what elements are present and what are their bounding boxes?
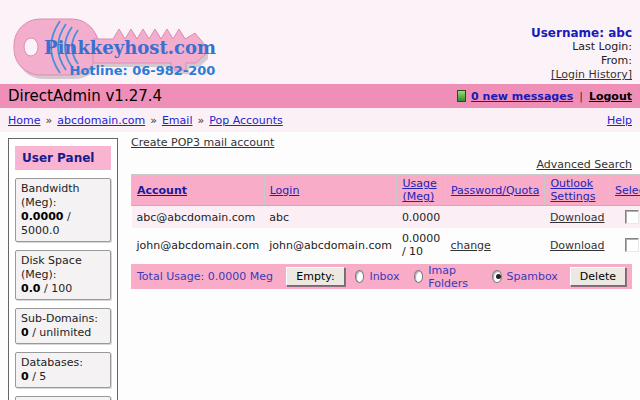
from-label: From:	[531, 54, 632, 68]
usage-cell: 0.0000	[397, 206, 446, 229]
stat-quota: / unlimited	[29, 326, 92, 339]
login-cell: abc	[264, 206, 397, 229]
inbox-radio-label: Inbox	[369, 270, 399, 283]
titlebar-separator: |	[579, 90, 583, 103]
stat-ftp-accounts: Ftp Accounts: 1 / unlimited	[15, 396, 111, 400]
imap-folders-radio-label: Imap Folders	[428, 264, 478, 290]
empty-button[interactable]: Empty:	[286, 267, 344, 286]
content-area: User Panel Bandwidth (Meg): 0.0000 / 500…	[0, 132, 640, 400]
total-usage-label: Total Usage: 0.0000 Meg	[137, 270, 286, 283]
account-cell: john@abcdomain.com	[132, 228, 265, 262]
logout-link[interactable]: Logout	[589, 90, 632, 103]
breadcrumb: Home » abcdomain.com » Email » Pop Accou…	[0, 108, 640, 132]
table-row: john@abcdomain.com john@abcdomain.com 0.…	[132, 228, 640, 262]
stat-value: 0	[21, 370, 29, 383]
sort-login[interactable]: Login	[270, 184, 300, 197]
spambox-radio-label: Spambox	[507, 270, 558, 283]
directadmin-page: { "header": { "logo": { "brand": "Pinkke…	[0, 0, 640, 400]
spambox-radio[interactable]	[492, 270, 502, 283]
select-checkbox[interactable]	[625, 210, 639, 224]
page-header: Pinkkeyhost.com Hotline: 06-982-2009 Use…	[0, 0, 640, 84]
stat-bandwidth: Bandwidth (Meg): 0.0000 / 5000.0	[15, 178, 111, 242]
pinkkeyhost-logo: Pinkkeyhost.com Hotline: 06-982-2009	[8, 3, 216, 81]
stat-subdomains: Sub-Domains: 0 / unlimited	[15, 308, 111, 344]
sort-account[interactable]: Account	[137, 184, 187, 197]
login-cell: john@abcdomain.com	[264, 228, 397, 262]
breadcrumb-separator: »	[197, 114, 204, 127]
stat-quota: / 5	[29, 370, 47, 383]
table-footer: Total Usage: 0.0000 Meg Empty: Inbox Ima…	[131, 264, 632, 289]
usage-cell: 0.0000 / 10	[397, 228, 446, 262]
breadcrumb-email[interactable]: Email	[162, 114, 193, 127]
main-panel: Create POP3 mail account Advanced Search…	[131, 136, 632, 289]
advanced-search-link[interactable]: Advanced Search	[536, 158, 632, 171]
titlebar: DirectAdmin v1.27.4 0 new messages | Log…	[0, 84, 640, 108]
outlook-download-link[interactable]: Download	[550, 211, 605, 224]
stat-value: 0	[21, 326, 29, 339]
login-history-link[interactable]: [Login History]	[551, 68, 632, 81]
outlook-download-link[interactable]: Download	[550, 239, 605, 252]
stat-value: 0.0	[21, 282, 41, 295]
user-panel-sidebar: User Panel Bandwidth (Meg): 0.0000 / 500…	[8, 138, 118, 400]
sort-usage[interactable]: Usage (Meg)	[402, 177, 436, 203]
username-label: Username: abc	[531, 26, 632, 40]
stat-label: Bandwidth (Meg):	[21, 182, 80, 209]
empty-target-radios: Inbox Imap Folders Spambox	[355, 264, 570, 290]
stat-label: Databases:	[21, 356, 83, 369]
help-link[interactable]: Help	[607, 114, 632, 127]
stat-label: Sub-Domains:	[21, 312, 98, 325]
breadcrumb-home[interactable]: Home	[8, 114, 40, 127]
user-panel-title: User Panel	[15, 146, 111, 170]
new-messages-link[interactable]: 0 new messages	[471, 90, 573, 103]
sort-password-quota[interactable]: Password/Quota	[451, 184, 540, 197]
breadcrumb-domain[interactable]: abcdomain.com	[57, 114, 145, 127]
sort-outlook-settings[interactable]: Outlook Settings	[550, 177, 595, 203]
sort-select[interactable]: Select	[615, 184, 640, 197]
user-info-block: Username: abc Last Login: From: [Login H…	[531, 26, 632, 82]
stat-databases: Databases: 0 / 5	[15, 352, 111, 388]
inbox-radio[interactable]	[355, 270, 365, 283]
imap-folders-radio[interactable]	[414, 270, 424, 283]
breadcrumb-pop-accounts[interactable]: Pop Accounts	[209, 114, 283, 127]
stat-quota: / 100	[41, 282, 73, 295]
hotline-text: Hotline: 06-982-2009	[70, 63, 216, 78]
pop-accounts-table: Account Login Usage (Meg) Password/Quota…	[131, 174, 640, 262]
change-quota-link[interactable]: change	[450, 239, 490, 252]
table-header-row: Account Login Usage (Meg) Password/Quota…	[132, 175, 640, 206]
messages-icon	[457, 90, 466, 102]
stat-label: Disk Space (Meg):	[21, 254, 82, 281]
create-pop3-link[interactable]: Create POP3 mail account	[131, 136, 274, 149]
table-row: abc@abcdomain.com abc 0.0000 Download	[132, 206, 640, 229]
account-cell: abc@abcdomain.com	[132, 206, 265, 229]
brand-text: Pinkkeyhost.com	[44, 37, 216, 58]
stat-value: 0.0000	[21, 210, 63, 223]
last-login-label: Last Login:	[531, 40, 632, 54]
stat-disk-space: Disk Space (Meg): 0.0 / 100	[15, 250, 111, 300]
app-title: DirectAdmin v1.27.4	[8, 87, 457, 105]
select-checkbox[interactable]	[625, 238, 639, 252]
breadcrumb-separator: »	[45, 114, 52, 127]
delete-button[interactable]: Delete	[570, 267, 626, 286]
breadcrumb-separator: »	[150, 114, 157, 127]
